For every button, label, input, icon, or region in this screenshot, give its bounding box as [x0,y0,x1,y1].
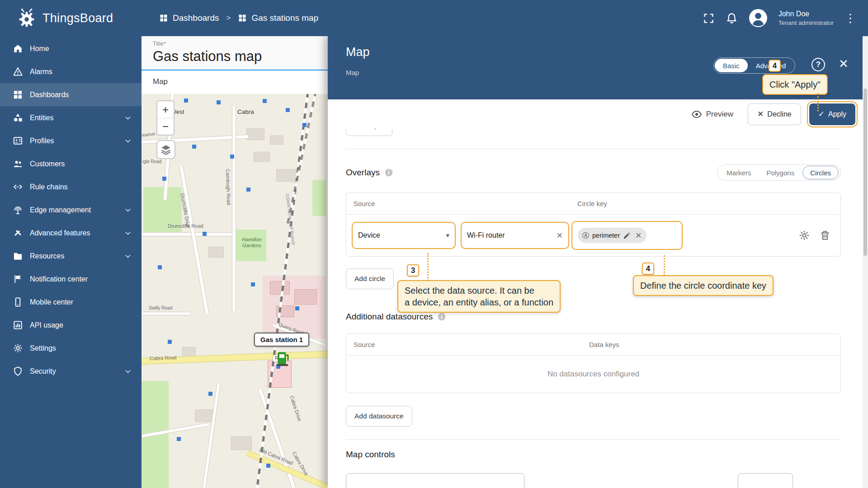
zoom-out-button[interactable]: − [157,118,174,135]
divider [346,149,841,149]
sidebar-item-security[interactable]: Security [0,360,142,383]
map-node-marker [162,177,166,181]
chevron-down-icon [123,229,132,238]
remove-key-icon[interactable]: ✕ [635,231,642,240]
map-building [195,409,213,422]
config-scrollbar[interactable] [863,36,868,488]
config-subtitle: Map [346,69,359,76]
tab-polygons[interactable]: Polygons [759,166,802,179]
row-settings-gear-icon[interactable] [798,230,810,241]
add-layer-button[interactable]: Add layer [346,129,392,136]
tab-circles[interactable]: Circles [802,166,839,179]
dropdown-arrow-icon: ▾ [446,231,449,239]
decline-label: Decline [767,110,791,118]
sidebar-item-resources[interactable]: Resources [0,244,142,267]
datasource-entity-field[interactable]: Wi-Fi router ✕ [461,222,569,249]
map-road [142,312,189,315]
map-road [179,166,209,314]
app-name: ThingsBoard [42,11,113,25]
logo[interactable]: ThingsBoard [16,0,113,36]
dashboard-title-input[interactable]: Gas stations map [153,48,328,65]
clear-icon[interactable]: ✕ [557,231,563,240]
map-zoom-control: + − [156,100,175,136]
tab-markers[interactable]: Markers [719,166,758,179]
map-marker-tooltip: Gas station 1 [254,333,309,347]
breadcrumb-dashboards[interactable]: Dashboards [159,13,219,23]
cutoff-field[interactable] [346,473,524,488]
sidebar: Home Alarms Dashboards Entities Profiles… [0,36,142,488]
circle-key-chip[interactable]: Ⓐ perimeter ✕ [578,228,646,243]
preview-label: Preview [706,110,733,119]
add-circle-button[interactable]: Add circle [346,268,394,289]
edit-pencil-icon[interactable] [623,232,631,239]
config-title: Map [346,45,370,59]
entities-icon [13,113,23,123]
profiles-icon [13,136,23,146]
map-node-marker [177,437,181,441]
dashboards-icon [13,89,23,100]
breadcrumb-current[interactable]: Gas stations map [238,13,318,23]
datasource-entity-value: Wi-Fi router [467,231,505,239]
circle-key-field[interactable]: Ⓐ perimeter ✕ [571,221,683,250]
sidebar-item-entities[interactable]: Entities [0,106,142,129]
decline-button[interactable]: ✕ Decline [748,103,801,125]
config-content: Add layer Overlays Markers Polygons Circ… [328,129,863,488]
sidebar-item-alarms[interactable]: Alarms [0,60,142,83]
notification-flag-icon [13,274,23,284]
scrollbar-thumb[interactable] [863,89,867,256]
widget-title-field: Title* Gas stations map [142,36,328,70]
cutoff-field[interactable] [738,473,793,488]
user-role: Tenant administrator [778,19,834,27]
apply-button[interactable]: ✓ Apply [809,103,855,125]
map-road [142,232,236,236]
api-usage-chart-icon [13,320,23,330]
map-building [231,436,252,450]
breadcrumb-current-label: Gas stations map [251,13,318,23]
delete-trash-icon[interactable] [819,230,831,241]
sidebar-item-rule-chains[interactable]: Rule chains [0,175,142,198]
user-avatar[interactable] [749,9,768,28]
sidebar-item-label: API usage [30,321,63,329]
map-building [254,152,270,162]
user-name: John Doe [778,9,834,19]
mode-basic[interactable]: Basic [715,59,748,72]
config-toolbar: Preview ✕ Decline ✓ Apply [328,99,868,129]
map-road-label: Cabra Drive [289,395,303,422]
mode-advanced[interactable]: Advanced [748,59,794,72]
thingsboard-app: ThingsBoard Dashboards > Gas stations ma… [0,0,868,488]
additional-datasources-header: Additional datasources [346,312,841,322]
dashboards-icon [238,14,247,23]
map-node-marker [168,340,172,344]
close-icon[interactable]: ✕ [839,57,849,71]
map-layers-button[interactable] [156,140,175,159]
info-icon [437,312,446,321]
empty-datasources-message: No datasources configured [346,356,840,393]
sidebar-item-mobile-center[interactable]: Mobile center [0,291,142,314]
chevron-down-icon [123,113,132,122]
sidebar-item-customers[interactable]: Customers [0,152,142,175]
kebab-menu-icon[interactable]: ⋮ [844,11,853,25]
sidebar-item-advanced-features[interactable]: Advanced features [0,221,142,244]
datasource-type-select[interactable]: Device ▾ [352,222,456,249]
preview-button[interactable]: Preview [691,109,733,120]
sidebar-item-profiles[interactable]: Profiles [0,129,142,152]
map-road-label: Carnlough Road [225,169,232,205]
map-building [270,281,290,295]
zoom-in-button[interactable]: + [157,101,174,118]
sidebar-item-api-usage[interactable]: API usage [0,314,142,337]
sidebar-item-notification-center[interactable]: Notification center [0,267,142,291]
sidebar-item-dashboards[interactable]: Dashboards [0,83,142,106]
sidebar-item-label: Rule chains [30,183,68,191]
top-header: ThingsBoard Dashboards > Gas stations ma… [0,0,868,36]
sidebar-item-edge-management[interactable]: Edge management [0,198,142,221]
notifications-bell-icon[interactable] [726,12,738,24]
fullscreen-icon[interactable] [703,12,715,24]
map-node-marker [230,155,234,159]
gas-station-marker[interactable] [276,351,289,366]
apply-label: Apply [828,110,846,118]
add-datasource-button[interactable]: Add datasource [346,406,412,427]
sidebar-item-settings[interactable]: Settings [0,337,142,360]
map-widget[interactable]: West Cabra manus Road igle Road Drumclif… [142,94,328,488]
help-icon[interactable]: ? [811,58,825,71]
sidebar-item-home[interactable]: Home [0,37,142,60]
